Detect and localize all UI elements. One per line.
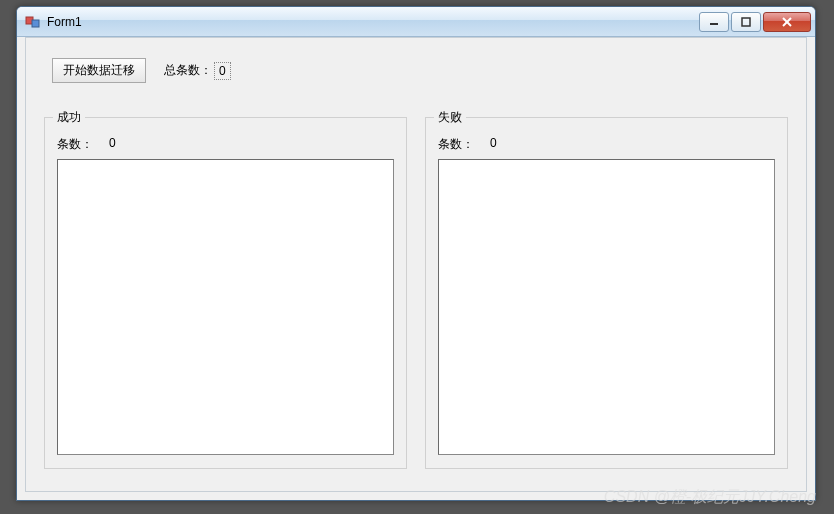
migrate-button[interactable]: 开始数据迁移 xyxy=(52,58,146,83)
fail-group-title: 失败 xyxy=(434,109,466,126)
total-count-value: 0 xyxy=(214,62,231,80)
fail-count-value: 0 xyxy=(490,136,497,153)
fail-textbox[interactable] xyxy=(438,159,775,455)
window-buttons xyxy=(699,12,811,32)
toolbar: 开始数据迁移 总条数： 0 xyxy=(26,38,806,83)
app-window: Form1 开始数据迁移 总条数： 0 xyxy=(16,6,816,501)
success-textbox[interactable] xyxy=(57,159,394,455)
total-count-label: 总条数： xyxy=(164,62,212,79)
success-count-value: 0 xyxy=(109,136,116,153)
app-icon xyxy=(25,14,41,30)
maximize-button[interactable] xyxy=(731,12,761,32)
success-group: 成功 条数： 0 xyxy=(44,117,407,469)
success-group-title: 成功 xyxy=(53,109,85,126)
client-area: 开始数据迁移 总条数： 0 成功 条数： 0 失败 条数： 0 xyxy=(25,37,807,492)
fail-count-label: 条数： xyxy=(438,136,474,153)
panels-row: 成功 条数： 0 失败 条数： 0 xyxy=(26,83,806,487)
total-count: 总条数： 0 xyxy=(164,62,231,80)
svg-rect-1 xyxy=(32,20,39,27)
minimize-button[interactable] xyxy=(699,12,729,32)
svg-rect-3 xyxy=(742,18,750,26)
fail-count-row: 条数： 0 xyxy=(438,136,775,153)
window-title: Form1 xyxy=(47,15,699,29)
success-count-label: 条数： xyxy=(57,136,93,153)
fail-group: 失败 条数： 0 xyxy=(425,117,788,469)
success-count-row: 条数： 0 xyxy=(57,136,394,153)
close-button[interactable] xyxy=(763,12,811,32)
titlebar[interactable]: Form1 xyxy=(17,7,815,37)
